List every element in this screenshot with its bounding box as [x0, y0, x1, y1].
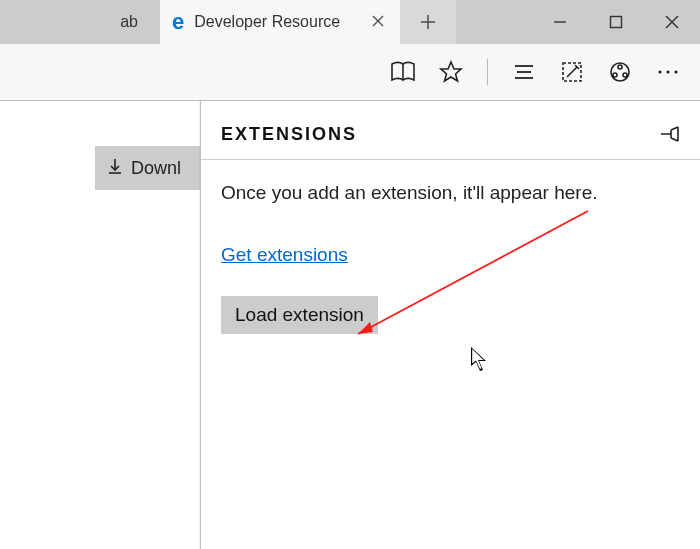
extensions-panel: EXTENSIONS Once you add an extension, it…: [200, 100, 700, 549]
svg-point-17: [623, 73, 627, 77]
download-button[interactable]: Downl: [95, 146, 205, 190]
download-icon: [107, 158, 123, 179]
window-controls: [532, 0, 700, 44]
toolbar-separator: [487, 59, 488, 85]
load-extension-button[interactable]: Load extension: [221, 296, 378, 334]
new-tab-button[interactable]: [400, 0, 456, 44]
tab-active[interactable]: e Developer Resource: [160, 0, 400, 44]
download-label: Downl: [131, 158, 181, 179]
favorite-star-icon[interactable]: [439, 60, 463, 84]
minimize-button[interactable]: [532, 0, 588, 44]
tab-strip: ab e Developer Resource: [0, 0, 700, 44]
tab-inactive-title: ab: [120, 13, 138, 31]
panel-body: Once you add an extension, it'll appear …: [201, 160, 700, 356]
svg-point-18: [658, 70, 661, 73]
reading-view-icon[interactable]: [391, 60, 415, 84]
get-extensions-link[interactable]: Get extensions: [221, 244, 348, 266]
panel-message: Once you add an extension, it'll appear …: [221, 182, 680, 204]
tab-active-title: Developer Resource: [194, 13, 358, 31]
more-icon[interactable]: [656, 60, 680, 84]
tab-close-icon[interactable]: [368, 11, 388, 33]
toolbar: [0, 44, 700, 100]
notes-icon[interactable]: [560, 60, 584, 84]
panel-header: EXTENSIONS: [201, 101, 700, 160]
svg-point-16: [613, 73, 617, 77]
share-icon[interactable]: [608, 60, 632, 84]
svg-point-19: [666, 70, 669, 73]
panel-title: EXTENSIONS: [221, 124, 357, 145]
pin-icon[interactable]: [658, 123, 680, 145]
maximize-button[interactable]: [588, 0, 644, 44]
svg-point-20: [674, 70, 677, 73]
close-window-button[interactable]: [644, 0, 700, 44]
svg-rect-5: [611, 17, 622, 28]
tabstrip-spacer: [456, 0, 532, 44]
svg-point-15: [618, 65, 622, 69]
hub-icon[interactable]: [512, 60, 536, 84]
edge-icon: e: [172, 11, 184, 33]
tab-inactive[interactable]: ab: [0, 0, 160, 44]
svg-marker-9: [441, 62, 461, 81]
